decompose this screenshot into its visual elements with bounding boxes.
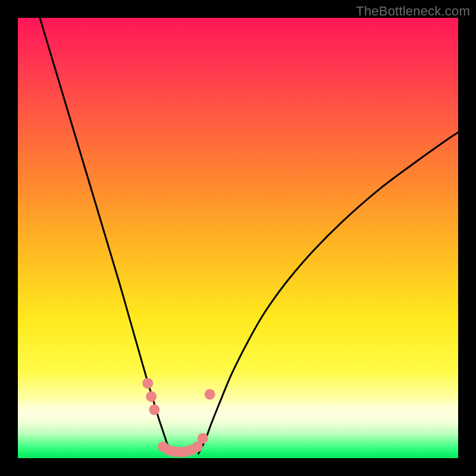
marker-dot <box>149 405 159 415</box>
right-curve <box>198 132 458 453</box>
marker-group <box>142 378 215 457</box>
marker-dot <box>146 391 156 402</box>
marker-dot <box>198 433 208 444</box>
marker-dot <box>205 389 215 400</box>
curve-group <box>40 18 458 454</box>
left-curve <box>40 18 171 454</box>
chart-svg <box>18 18 458 458</box>
chart-frame: TheBottleneck.com <box>0 0 476 476</box>
plot-area <box>18 18 458 458</box>
watermark-text: TheBottleneck.com <box>356 4 470 19</box>
marker-dot <box>142 378 153 389</box>
